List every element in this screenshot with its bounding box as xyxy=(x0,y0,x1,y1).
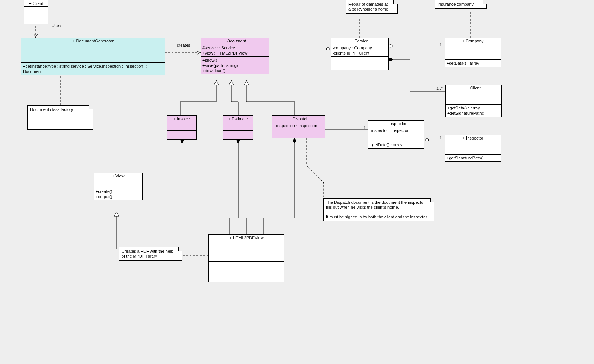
operation: +create() xyxy=(96,189,141,194)
note-dispatch: The Dispatch document is the document th… xyxy=(323,198,434,221)
note-repair: Repair of damages at a policyholder's ho… xyxy=(346,0,398,14)
operation: +getInstance(type : string,service : Ser… xyxy=(23,64,147,74)
label-multiplicity: 1 xyxy=(439,42,442,47)
class-title: + Company xyxy=(462,39,484,43)
class-title: + View xyxy=(112,174,124,178)
class-invoice: + Invoice xyxy=(167,115,197,140)
class-estimate: + Estimate xyxy=(223,115,253,140)
operation: +show() xyxy=(202,58,267,63)
note-insurance: Insurance company xyxy=(435,0,487,9)
class-inspector: + Inspector +getSignaturePath() xyxy=(445,135,501,162)
label-multiplicity: 1 xyxy=(439,135,442,140)
class-document-generator: + DocumentGenerator +getInstance(type : … xyxy=(21,38,165,75)
class-title: + Service xyxy=(351,39,368,43)
class-client: + Client +getData() : array +getSignatur… xyxy=(445,85,502,117)
class-inspection: + Inspection -inspector : Inspector +get… xyxy=(368,120,424,149)
label-creates: creates xyxy=(177,43,190,47)
operation: +getDate() : array xyxy=(370,143,403,147)
class-view: + View +create() +output() xyxy=(94,173,143,200)
class-dispatch: + Dispatch +inspection : Inspection xyxy=(272,115,325,138)
note-factory: Document class factory xyxy=(27,105,93,130)
operation: +getSignaturePath() xyxy=(447,156,484,160)
attribute: +view : HTML2PDFView xyxy=(202,50,267,56)
class-title: + Inspector xyxy=(463,136,483,140)
label-multiplicity: 1..* xyxy=(436,86,443,91)
class-title: + HTML2PDFView xyxy=(229,235,263,240)
operation: +download() xyxy=(202,68,267,73)
class-title: + Client xyxy=(466,86,481,90)
class-client-top: + Client xyxy=(24,0,48,24)
class-company: + Company +getData() : array xyxy=(445,38,501,67)
class-html2pdfview: + HTML2PDFView xyxy=(208,234,284,282)
operation: +getSignaturePath() xyxy=(447,111,500,116)
attribute: #service : Service xyxy=(202,45,267,50)
operation: +output() xyxy=(96,194,141,199)
attribute: +inspection : Inspection xyxy=(274,123,317,128)
label-uses: Uses xyxy=(52,23,61,28)
attribute: -inspector : Inspector xyxy=(370,128,409,133)
operation: +getData() : array xyxy=(447,61,479,65)
class-title: + Dispatch xyxy=(289,117,308,121)
class-service: + Service -company : Company -clients [0… xyxy=(331,38,389,70)
operation: +getData() : array xyxy=(447,105,500,111)
attribute: -clients [0..*] : Client xyxy=(333,50,387,56)
class-title: + DocumentGenerator xyxy=(73,39,114,43)
class-title: + Invoice xyxy=(173,117,190,121)
class-title: + Client xyxy=(29,1,43,6)
class-document: + Document #service : Service +view : HT… xyxy=(201,38,269,74)
class-title: + Inspection xyxy=(385,121,407,126)
class-title: + Document xyxy=(223,39,246,43)
attribute: -company : Company xyxy=(333,45,387,50)
note-mpdf: Creates a PDF with the help of the MPDF … xyxy=(119,247,182,261)
class-title: + Estimate xyxy=(228,117,248,121)
label-multiplicity: 1 xyxy=(363,125,366,130)
operation: +save(path : string) xyxy=(202,63,267,68)
